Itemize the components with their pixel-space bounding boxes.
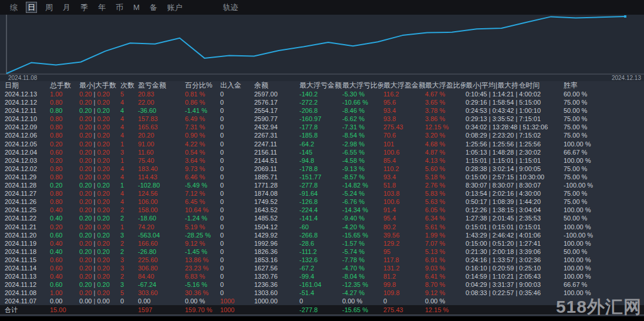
cell-total-lots: 0.40 <box>50 239 79 248</box>
lot-max: 0.20 <box>97 232 109 239</box>
cell-cash-flow: 0 <box>220 115 254 123</box>
cell-lot-min-max: 0.20 | 0.20 <box>79 223 120 231</box>
cell-trade-count: 0 <box>120 297 138 305</box>
cell-max-float-loss: -145 <box>299 148 342 156</box>
table-row[interactable]: 2024.11.180.400.20 | 0.202-26.80-1.45 %0… <box>0 248 644 256</box>
cell-lot-min-max: 0.20 | 0.20 <box>79 248 120 256</box>
cell-cash-flow: 0 <box>220 264 254 272</box>
table-row[interactable]: 2024.12.100.800.20 | 0.204157.836.49 %02… <box>0 115 644 123</box>
topbar-item[interactable]: 币 <box>114 2 124 12</box>
table-row[interactable]: 2024.12.110.800.20 | 0.204-36.60-1.41 %0… <box>0 106 644 115</box>
cell-balance: 1643.52 <box>254 206 299 214</box>
cell-max-float-loss-pct: -6.76 % <box>342 198 383 206</box>
lot-max: 0.20 <box>97 91 109 98</box>
cell-win-rate: 50.00 % <box>564 248 644 256</box>
table-row[interactable]: 2024.12.040.600.20 | 0.20311.600.54 %021… <box>0 148 644 156</box>
table-row[interactable]: 2024.11.290.800.20 | 0.204114.436.46 %01… <box>0 173 644 181</box>
cell-date: 2024.11.15 <box>5 256 50 264</box>
cell-hold-times: 0:10:45 | 1:14:21 | 4:00:02 <box>466 90 564 98</box>
topbar-item[interactable]: 季 <box>79 2 89 12</box>
cell-total-lots: 1.00 <box>50 289 79 297</box>
cell-pnl-amount: 75.40 <box>138 156 185 165</box>
table-row[interactable]: 2024.11.120.600.20 | 0.203-67.24-5.16 %0… <box>0 280 644 289</box>
table-row[interactable]: 2024.11.190.400.20 | 0.202166.609.12 %01… <box>0 239 644 248</box>
cell-max-float-profit-pct: 4.67 % <box>425 90 466 98</box>
cell-lot-min-max: 0.20 | 0.20 <box>79 198 120 206</box>
cell-cash-flow: 0 <box>220 239 254 248</box>
cell-hold-times: 0:12:26 | 1:38:15 | 3:04:04 <box>466 206 564 214</box>
cell-pnl-amount: 74.20 <box>138 223 185 231</box>
cell-max-float-loss-pct: -10.66 % <box>342 98 383 106</box>
table-row[interactable]: 2024.11.270.800.20 | 0.204124.567.12 %01… <box>0 189 644 198</box>
table-row[interactable]: 2024.11.250.400.20 | 0.202158.0010.64 %0… <box>0 206 644 214</box>
lot-min: 0.20 <box>79 215 92 222</box>
table-row[interactable]: 2024.11.220.400.20 | 0.202-18.60-1.24 %0… <box>0 214 644 222</box>
table-row[interactable]: 2024.11.130.400.20 | 0.20284.406.83 %013… <box>0 272 644 280</box>
cell-date: 2024.12.06 <box>5 131 50 139</box>
cell-lot-min-max: 0.20 | 0.20 <box>79 289 120 297</box>
column-header: 胜率 <box>564 81 644 90</box>
cell-pnl-amount: 11.60 <box>138 148 185 156</box>
cell-pnl-amount: 84.40 <box>138 272 185 280</box>
table-row[interactable]: 2024.11.140.600.20 | 0.203306.8023.23 %0… <box>0 264 644 272</box>
column-header: 最大浮盈比例 <box>425 81 466 90</box>
cell-cash-flow: 0 <box>220 98 254 106</box>
cell-max-float-loss: -178.8 <box>299 165 342 173</box>
cell-cash-flow: 0 <box>220 148 254 156</box>
cell-pnl-percent: 4.22 % <box>185 140 220 148</box>
cell-lot-min-max: 0.20 | 0.20 <box>79 239 120 248</box>
cell-hold-times: 0:50:17 | 1:08:39 | 1:44:20 <box>466 198 564 206</box>
topbar-item[interactable]: 备 <box>149 2 159 12</box>
table-row[interactable]: 2024.11.260.800.20 | 0.204106.006.45 %01… <box>0 198 644 206</box>
cell-max-float-profit: 103.8 <box>383 189 425 198</box>
topbar-item[interactable]: 日 <box>26 2 36 12</box>
cell-max-float-profit: 70.6 <box>383 131 425 139</box>
lot-max: 0.20 <box>97 107 109 114</box>
topbar-item-trail[interactable]: 轨迹 <box>222 2 240 12</box>
table-row[interactable]: 2024.11.070.000.00 | 0.0000.000.00 %1000… <box>0 297 644 305</box>
table-row[interactable]: 2024.11.210.200.20 | 0.20174.205.19 %015… <box>0 223 644 231</box>
topbar-item[interactable]: 年 <box>97 2 107 12</box>
cell-max-float-profit-pct: 9.03 % <box>425 264 466 272</box>
cell-max-float-loss-pct: -8.04 % <box>342 272 383 280</box>
cell-max-float-profit: 0 <box>383 297 425 305</box>
equity-curve-canvas[interactable] <box>0 15 644 81</box>
topbar-item[interactable]: M <box>132 2 141 12</box>
cell-lot-min-max: 0.20 | 0.20 <box>79 206 120 214</box>
cell-hold-times: 1:27:38 | 2:01:45 | 2:35:53 <box>466 214 564 222</box>
topbar-item[interactable]: 月 <box>62 2 72 12</box>
cell-lot-min-max: 0.20 | 0.20 <box>79 106 120 115</box>
table-row[interactable]: 2024.12.030.200.20 | 0.20175.403.64 %021… <box>0 156 644 165</box>
lot-min: 0.20 <box>79 173 92 180</box>
table-row[interactable]: 2024.12.050.200.20 | 0.20191.004.22 %022… <box>0 140 644 148</box>
table-row[interactable]: 2024.12.020.800.20 | 0.204183.409.73 %02… <box>0 165 644 173</box>
cell-date: 2024.11.19 <box>5 239 50 248</box>
table-row[interactable]: 2024.11.150.600.20 | 0.203225.6013.86 %0… <box>0 256 644 264</box>
cell-hold-times: 0:28:38 | 3:02:14 | 9:00:05 <box>466 165 564 173</box>
cell-lot-min-max: 0.20 | 0.20 <box>79 140 120 148</box>
equity-chart[interactable]: 2024.11.08 2024.12.13 <box>0 15 644 81</box>
cell-win-rate: 75.00 % <box>564 115 644 123</box>
table-row[interactable]: 2024.12.120.800.20 | 0.20422.000.86 %025… <box>0 98 644 106</box>
column-header: 百分比% <box>185 81 220 90</box>
topbar-item[interactable]: 周 <box>44 2 54 12</box>
topbar-item[interactable]: 账户 <box>166 2 184 12</box>
total-label: 合计 <box>5 305 50 315</box>
cell-max-float-loss-pct: -5.30 % <box>342 90 383 98</box>
table-row[interactable]: 2024.12.060.800.20 | 0.20420.200.90 %022… <box>0 131 644 139</box>
cell-max-float-loss: -177.8 <box>299 123 342 131</box>
lot-max: 0.20 <box>97 99 109 106</box>
cell-pnl-percent: 13.86 % <box>185 256 220 264</box>
cell-win-rate: 100.00 % <box>564 140 644 148</box>
cell-total-lots: 0.00 <box>50 297 79 305</box>
cell-cash-flow: 0 <box>220 165 254 173</box>
table-row[interactable]: 2024.11.280.200.20 | 0.201-102.80-5.49 %… <box>0 181 644 189</box>
table-row[interactable]: 2024.11.081.000.20 | 0.205303.6030.36 %0… <box>0 289 644 297</box>
table-row[interactable]: 2024.12.090.800.20 | 0.204165.637.31 %02… <box>0 123 644 131</box>
topbar-item[interactable]: 综 <box>9 2 19 12</box>
total-lot-pair <box>79 305 120 315</box>
table-row[interactable]: 2024.11.200.600.20 | 0.203-563.04-28.25 … <box>0 231 644 239</box>
table-row[interactable]: 2024.12.131.000.20 | 0.20520.830.81 %025… <box>0 90 644 98</box>
cell-cash-flow: 0 <box>220 206 254 214</box>
cell-balance: 1771.28 <box>254 181 299 189</box>
